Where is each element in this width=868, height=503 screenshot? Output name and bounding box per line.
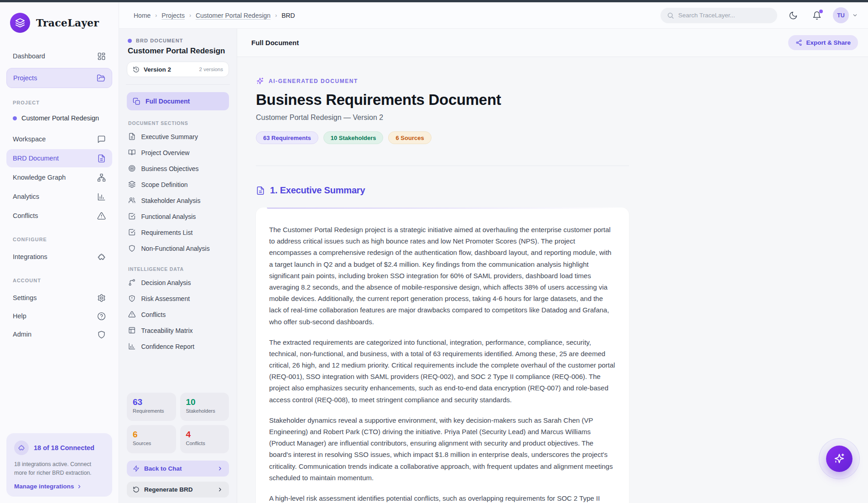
project-name: Customer Portal Redesign <box>21 114 99 122</box>
sidebar-item-label: Workspace <box>13 135 46 143</box>
sidebar-item-dashboard[interactable]: Dashboard <box>6 47 112 65</box>
section-risk-assessment[interactable]: Risk Assessment <box>127 290 229 306</box>
notifications-button[interactable] <box>809 8 825 23</box>
main-content: Full Document Export & Share AI-GENERATE… <box>237 29 868 503</box>
current-project[interactable]: Customer Portal Redesign <box>6 111 112 125</box>
layers-icon <box>128 181 136 188</box>
badge-row: 63 Requirements 10 Stakeholders 6 Source… <box>256 131 629 144</box>
project-section-label: PROJECT <box>6 100 112 105</box>
section-project-overview[interactable]: Project Overview <box>127 145 229 161</box>
section-confidence-report[interactable]: Confidence Report <box>127 338 229 354</box>
sidebar-item-workspace[interactable]: Workspace <box>6 130 112 148</box>
target-icon <box>128 165 136 172</box>
pages-icon <box>133 98 140 105</box>
sparkles-icon <box>833 453 845 465</box>
moon-icon <box>789 11 798 20</box>
ai-generated-eyebrow: AI-GENERATED DOCUMENT <box>256 77 629 85</box>
stat-requirements: 63 Requirements <box>127 393 176 421</box>
stat-conflicts: 4 Conflicts <box>180 425 229 453</box>
integrations-status-body: 18 integrations active. Connect more for… <box>14 460 104 477</box>
sidebar-item-label: Integrations <box>13 253 47 260</box>
project-dot-icon <box>13 116 17 120</box>
back-to-chat-button[interactable]: Back to Chat <box>127 461 229 477</box>
divider <box>126 84 230 85</box>
section-non-functional-analysis[interactable]: Non-Functional Analysis <box>127 240 229 256</box>
ai-assistant-fab-ring <box>819 438 860 479</box>
sidebar-item-conflicts[interactable]: Conflicts <box>6 207 112 225</box>
sidebar-item-integrations[interactable]: Integrations <box>6 248 112 266</box>
history-icon <box>133 66 140 73</box>
section-stakeholder-analysis[interactable]: Stakeholder Analysis <box>127 192 229 208</box>
section-label: Executive Summary <box>141 133 198 140</box>
section-heading-label: 1. Executive Summary <box>270 185 365 196</box>
manage-integrations-link[interactable]: Manage integrations <box>14 483 104 490</box>
section-label: Project Overview <box>141 149 190 156</box>
sidebar-item-brd-document[interactable]: BRD Document <box>6 149 112 167</box>
notification-dot <box>819 10 823 13</box>
breadcrumb-separator: › <box>155 12 157 19</box>
breadcrumb-projects[interactable]: Projects <box>161 12 185 19</box>
share-icon <box>795 39 802 46</box>
section-functional-analysis[interactable]: Functional Analysis <box>127 208 229 224</box>
doc-eyebrow: BRD DOCUMENT <box>127 38 229 43</box>
sidebar-item-analytics[interactable]: Analytics <box>6 187 112 206</box>
section-requirements-list[interactable]: Requirements List <box>127 224 229 240</box>
breadcrumb-home[interactable]: Home <box>134 12 151 19</box>
stat-value: 4 <box>186 430 223 440</box>
breadcrumb-customer-portal-redesign[interactable]: Customer Portal Redesign <box>196 12 270 19</box>
tracelayer-logo <box>10 13 30 33</box>
sidebar-item-settings[interactable]: Settings <box>6 289 112 307</box>
global-search[interactable] <box>660 8 777 23</box>
route-icon <box>128 279 136 286</box>
paragraph: A high-level risk assessment identifies … <box>269 493 616 503</box>
stat-sources: 6 Sources <box>127 425 176 453</box>
document-subtitle: Customer Portal Redesign — Version 2 <box>256 114 629 122</box>
sidebar-item-help[interactable]: Help <box>6 307 112 325</box>
document-scroll-area[interactable]: AI-GENERATED DOCUMENT Business Requireme… <box>237 57 868 503</box>
puzzle-icon <box>14 441 29 455</box>
ai-assistant-button[interactable] <box>826 446 852 472</box>
account-section-label: ACCOUNT <box>6 278 112 283</box>
sparkles-icon <box>256 77 264 85</box>
section-conflicts[interactable]: Conflicts <box>127 306 229 322</box>
sidebar-item-label: Settings <box>13 294 36 301</box>
manage-integrations-label: Manage integrations <box>14 483 74 490</box>
document-toolbar: Full Document Export & Share <box>237 29 868 57</box>
requirements-badge: 63 Requirements <box>256 131 318 144</box>
doc-eyebrow-label: BRD DOCUMENT <box>136 38 183 43</box>
sidebar-item-knowledge-graph[interactable]: Knowledge Graph <box>6 168 112 187</box>
search-input[interactable] <box>678 12 771 19</box>
section-decision-analysis[interactable]: Decision Analysis <box>127 275 229 290</box>
export-share-button[interactable]: Export & Share <box>788 35 858 50</box>
sidebar-item-admin[interactable]: Admin <box>6 325 112 343</box>
book-open-icon <box>128 149 136 156</box>
paragraph: The extracted requirements are categoriz… <box>269 337 616 405</box>
regenerate-brd-button[interactable]: Regenerate BRD <box>127 482 229 498</box>
search-icon <box>667 12 674 19</box>
sidebar-item-label: Admin <box>13 331 31 338</box>
section-label: Stakeholder Analysis <box>141 197 201 204</box>
doc-dot-icon <box>128 39 132 43</box>
sidebar-item-label: Dashboard <box>13 52 45 60</box>
dashboard-grid-icon <box>97 52 106 61</box>
sidebar-item-label: BRD Document <box>13 155 59 162</box>
version-selector[interactable]: Version 2 2 versions <box>127 62 229 77</box>
gear-icon <box>97 294 106 302</box>
stat-label: Requirements <box>133 408 170 414</box>
full-document-tab[interactable]: Full Document <box>127 92 229 110</box>
full-document-label: Full Document <box>146 98 190 105</box>
section-label: Decision Analysis <box>141 279 191 286</box>
stakeholders-badge: 10 Stakeholders <box>323 131 384 144</box>
section-traceability-matrix[interactable]: Traceability Matrix <box>127 322 229 338</box>
breadcrumb-separator: › <box>189 12 191 19</box>
doc-panel-title: Customer Portal Redesign <box>127 47 229 56</box>
stat-value: 10 <box>186 397 223 407</box>
sidebar-item-projects[interactable]: Projects <box>6 68 112 88</box>
section-business-objectives[interactable]: Business Objectives <box>127 161 229 176</box>
user-menu[interactable]: TU <box>833 7 858 23</box>
section-executive-summary[interactable]: Executive Summary <box>127 129 229 145</box>
chevron-right-icon <box>217 487 223 493</box>
section-scope-definition[interactable]: Scope Definition <box>127 176 229 192</box>
dark-mode-toggle[interactable] <box>785 8 801 23</box>
section-label: Confidence Report <box>141 343 195 350</box>
